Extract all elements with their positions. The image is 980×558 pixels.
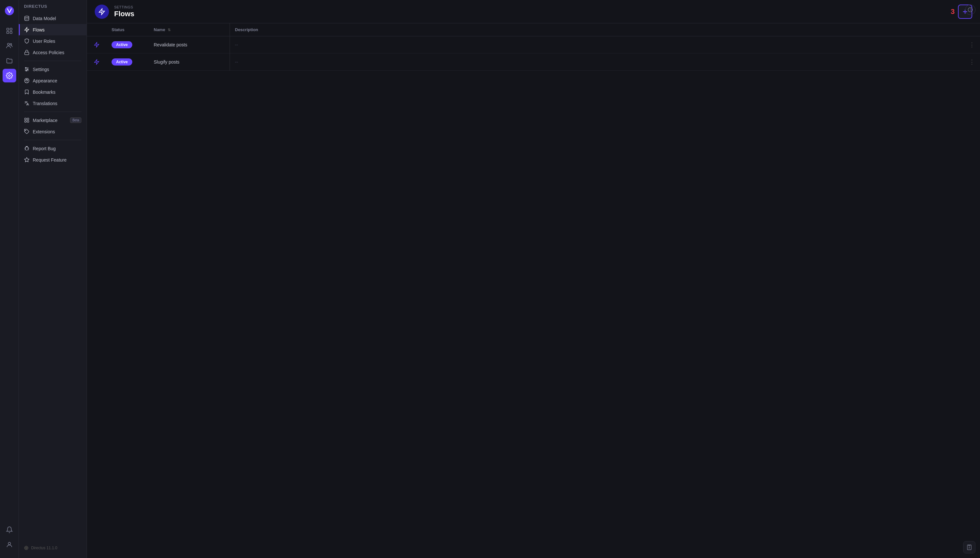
divider-2: [24, 112, 82, 112]
svg-marker-30: [94, 43, 99, 48]
puzzle-icon: [24, 129, 29, 134]
row-menu-2[interactable]: ⋮: [969, 58, 975, 66]
rail-users[interactable]: [3, 39, 16, 53]
svg-point-8: [25, 16, 29, 17]
col-actions: [964, 23, 980, 36]
flows-table-wrap: Status Name ⇅ Description: [87, 23, 980, 558]
icon-rail: [0, 0, 19, 558]
sidebar-item-user-roles[interactable]: User Roles: [19, 35, 87, 47]
sidebar-item-report-bug[interactable]: Report Bug: [19, 143, 87, 154]
app-logo[interactable]: [3, 4, 16, 18]
flow-bolt-icon-1: [92, 40, 101, 49]
table-header-row: Status Name ⇅ Description: [87, 23, 980, 36]
rail-data-model[interactable]: [3, 24, 16, 38]
rail-settings[interactable]: [3, 69, 16, 82]
header-breadcrumb: Settings: [114, 5, 134, 9]
sidebar-item-data-model[interactable]: Data Model: [19, 13, 87, 24]
db-icon: [24, 16, 29, 21]
row-desc-empty-1: --: [235, 42, 238, 48]
col-select: [87, 23, 106, 36]
shield-icon: [24, 38, 29, 44]
svg-rect-22: [27, 118, 29, 120]
col-description: Description: [230, 23, 964, 36]
row-status-1: Active: [106, 36, 149, 54]
divider-3: [24, 140, 82, 140]
main-header: Settings Flows 3: [87, 0, 980, 23]
sidebar-label-settings: Settings: [33, 67, 49, 72]
row-desc-empty-2: --: [235, 59, 238, 64]
row-icon-1: [87, 36, 106, 54]
sidebar-label-appearance: Appearance: [33, 78, 57, 84]
sidebar-item-bookmarks[interactable]: Bookmarks: [19, 86, 87, 98]
svg-point-7: [8, 542, 10, 545]
col-status[interactable]: Status: [106, 23, 149, 36]
svg-rect-24: [27, 121, 29, 122]
svg-point-20: [27, 80, 28, 80]
row-icon-2: [87, 54, 106, 71]
sidebar-item-marketplace[interactable]: Marketplace Beta: [19, 115, 87, 126]
item-count: 3: [951, 7, 955, 16]
sidebar-item-request-feature[interactable]: Request Feature: [19, 154, 87, 166]
svg-marker-26: [25, 158, 29, 162]
sidebar-item-settings[interactable]: Settings: [19, 64, 87, 75]
version-label: Directus 11.1.0: [31, 546, 57, 550]
sidebar-label-translations: Translations: [33, 101, 57, 106]
svg-rect-23: [25, 121, 26, 122]
table-row[interactable]: Active Slugify posts -- ⋮: [87, 54, 980, 71]
sidebar-label-access-policies: Access Policies: [33, 50, 64, 55]
row-actions-1[interactable]: ⋮: [964, 36, 980, 54]
row-actions-2[interactable]: ⋮: [964, 54, 980, 71]
svg-rect-10: [25, 52, 29, 55]
svg-rect-1: [10, 28, 11, 30]
sliders-icon: [24, 67, 29, 72]
svg-marker-9: [25, 27, 29, 32]
svg-point-5: [10, 43, 11, 45]
sidebar-header: Directus: [19, 0, 87, 13]
svg-point-25: [25, 130, 26, 131]
status-badge-1: Active: [111, 41, 132, 48]
svg-rect-35: [969, 545, 970, 546]
sidebar-item-extensions[interactable]: Extensions: [19, 126, 87, 137]
row-menu-1[interactable]: ⋮: [969, 41, 975, 48]
sidebar-label-request-feature: Request Feature: [33, 158, 67, 162]
svg-point-15: [27, 69, 28, 70]
marketplace-beta-badge: Beta: [70, 117, 82, 123]
bug-icon: [24, 146, 29, 151]
rail-files[interactable]: [3, 54, 16, 67]
svg-marker-31: [94, 60, 99, 64]
palette-icon: [24, 78, 29, 84]
sidebar-label-user-roles: User Roles: [33, 39, 55, 44]
svg-point-6: [8, 75, 10, 77]
table-row[interactable]: Active Revalidate posts -- ⋮: [87, 36, 980, 54]
version-info: Directus 11.1.0: [19, 543, 87, 553]
flows-table: Status Name ⇅ Description: [87, 23, 980, 71]
bolt-icon: [24, 27, 29, 33]
info-button[interactable]: [965, 5, 975, 15]
sidebar-label-report-bug: Report Bug: [33, 146, 56, 151]
svg-point-19: [26, 79, 27, 80]
col-name[interactable]: Name ⇅: [149, 23, 230, 36]
sidebar-label-marketplace: Marketplace: [33, 118, 57, 123]
divider-1: [24, 61, 82, 61]
rail-notifications[interactable]: [3, 523, 16, 537]
svg-marker-27: [99, 8, 105, 14]
sidebar-item-access-policies[interactable]: Access Policies: [19, 47, 87, 58]
header-icon-bg: [95, 5, 109, 19]
version-logo-icon: [24, 546, 29, 550]
row-name-1: Revalidate posts: [149, 36, 230, 54]
row-name-2: Slugify posts: [149, 54, 230, 71]
sidebar-item-appearance[interactable]: Appearance: [19, 75, 87, 86]
sidebar-label-flows: Flows: [33, 27, 45, 33]
sidebar: Directus Data Model Flows User Roles Acc…: [19, 0, 87, 558]
svg-point-16: [26, 70, 27, 71]
sidebar-item-translations[interactable]: Translations: [19, 98, 87, 109]
sidebar-label-bookmarks: Bookmarks: [33, 90, 56, 95]
grid-icon: [24, 117, 29, 123]
sidebar-item-flows[interactable]: Flows: [19, 24, 87, 35]
svg-rect-2: [7, 31, 8, 33]
bookmark-icon: [24, 89, 29, 95]
corner-button[interactable]: [963, 541, 975, 553]
translate-icon: [24, 100, 29, 106]
rail-profile[interactable]: [3, 538, 16, 551]
page-title: Flows: [114, 10, 134, 18]
